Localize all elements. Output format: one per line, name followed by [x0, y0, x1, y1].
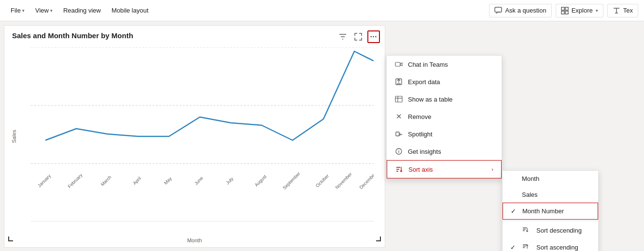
chevron-down-icon: ▾ — [596, 8, 598, 13]
svg-rect-0 — [495, 7, 502, 12]
svg-text:March: March — [99, 174, 112, 187]
sub-menu-divider — [503, 221, 598, 221]
menu-mobile-layout[interactable]: Mobile layout — [107, 4, 154, 17]
sub-menu-item-sort-descending[interactable]: Sort descending — [503, 222, 598, 239]
svg-text:May: May — [163, 176, 173, 186]
svg-text:June: June — [193, 175, 204, 186]
expand-icon — [354, 33, 362, 41]
comment-icon — [494, 7, 502, 15]
chart-container: Sales and Month Number by Month ··· Sale… — [4, 25, 385, 248]
menu-reading-view[interactable]: Reading view — [58, 4, 106, 17]
chart-svg: 20M 10M 0M January February March April … — [31, 47, 374, 221]
teams-icon — [394, 60, 403, 69]
checkmark-icon: ✓ — [511, 207, 518, 215]
corner-bracket-br — [376, 236, 381, 241]
chart-title: Sales and Month Number by Month — [4, 26, 385, 40]
menu-item-get-insights[interactable]: Get insights — [387, 143, 502, 160]
svg-rect-29 — [396, 132, 399, 136]
sub-menu-item-sort-ascending[interactable]: ✓ Sort ascending — [503, 239, 598, 251]
topbar-right: Ask a question Explore ▾ Tex — [489, 4, 638, 17]
svg-text:February: February — [67, 172, 84, 189]
topbar-left: File ▾ View ▾ Reading view Mobile layout — [6, 4, 487, 17]
menu-item-chat-in-teams[interactable]: Chat in Teams — [387, 56, 502, 73]
sort-descending-label: Sort descending — [536, 227, 582, 234]
svg-rect-1 — [561, 7, 564, 10]
remove-icon: ✕ — [394, 112, 403, 121]
chevron-down-icon: ▾ — [50, 8, 53, 13]
text-icon — [613, 7, 620, 15]
ellipsis-icon: ··· — [370, 33, 378, 41]
sort-axis-label: Sort axis — [408, 166, 487, 173]
x-axis-label: Month — [187, 237, 202, 243]
explore-button[interactable]: Explore ▾ — [556, 4, 603, 17]
chevron-down-icon: ▾ — [22, 8, 25, 13]
remove-label: Remove — [408, 113, 494, 120]
expand-icon-button[interactable] — [352, 30, 364, 43]
svg-rect-24 — [395, 62, 400, 66]
svg-text:April: April — [132, 176, 142, 186]
svg-text:November: November — [334, 171, 353, 190]
checkmark-icon-asc: ✓ — [510, 244, 518, 251]
month-number-label: Month Number — [522, 207, 564, 215]
svg-text:October: October — [315, 173, 330, 189]
spotlight-label: Spotlight — [408, 131, 494, 138]
insights-icon — [394, 147, 403, 156]
menu-item-sort-axis[interactable]: Sort axis › — [387, 160, 502, 178]
svg-text:December: December — [358, 171, 374, 190]
sort-axis-icon — [395, 165, 404, 174]
export-data-label: Export data — [408, 78, 494, 86]
svg-rect-4 — [565, 11, 568, 14]
text-button[interactable]: Tex — [607, 4, 638, 17]
sub-menu-item-sales[interactable]: Sales — [503, 187, 598, 203]
menu-item-remove[interactable]: ✕ Remove — [387, 108, 502, 125]
sort-axis-arrow: › — [491, 166, 493, 172]
sub-menu-item-month[interactable]: Month — [503, 171, 598, 187]
y-axis-label: Sales — [11, 130, 17, 143]
check-placeholder — [510, 175, 518, 182]
get-insights-label: Get insights — [408, 148, 494, 155]
menu-item-export-data[interactable]: Export data — [387, 73, 502, 90]
sub-menu-item-month-number[interactable]: ✓ Month Number — [503, 203, 598, 220]
svg-text:September: September — [281, 171, 301, 191]
svg-rect-26 — [395, 96, 402, 102]
table-icon — [394, 95, 403, 103]
menu-item-show-as-table[interactable]: Show as a table — [387, 90, 502, 108]
filter-icon — [339, 33, 347, 41]
more-options-icon-button[interactable]: ··· — [367, 30, 380, 43]
sub-menu: Month Sales ✓ Month Number Sort descendi… — [502, 170, 599, 251]
menu-view[interactable]: View ▾ — [30, 4, 57, 17]
svg-text:August: August — [253, 174, 267, 188]
sort-desc-icon — [522, 226, 531, 235]
check-placeholder — [510, 227, 518, 234]
main-area: Sales and Month Number by Month ··· Sale… — [0, 25, 644, 251]
chat-in-teams-label: Chat in Teams — [408, 61, 494, 68]
svg-rect-2 — [565, 7, 568, 10]
export-icon — [394, 77, 403, 86]
svg-text:January: January — [37, 173, 52, 189]
context-menu: Chat in Teams Export data — [386, 55, 502, 179]
topbar: File ▾ View ▾ Reading view Mobile layout… — [0, 0, 644, 21]
menu-item-spotlight[interactable]: Spotlight — [387, 125, 502, 143]
filter-icon-button[interactable] — [336, 30, 349, 43]
month-label: Month — [522, 175, 539, 182]
svg-rect-3 — [561, 11, 564, 14]
sales-label: Sales — [522, 191, 538, 198]
spotlight-icon — [394, 130, 403, 138]
sort-asc-icon — [522, 243, 531, 251]
show-as-table-label: Show as a table — [408, 96, 494, 103]
menu-file[interactable]: File ▾ — [6, 4, 29, 17]
corner-bracket-bl — [8, 236, 13, 241]
explore-icon — [561, 7, 569, 15]
ask-question-button[interactable]: Ask a question — [489, 4, 551, 17]
chart-icons: ··· — [336, 30, 380, 43]
sort-ascending-label: Sort ascending — [536, 244, 578, 251]
svg-text:July: July — [225, 176, 235, 185]
check-placeholder — [510, 191, 518, 198]
